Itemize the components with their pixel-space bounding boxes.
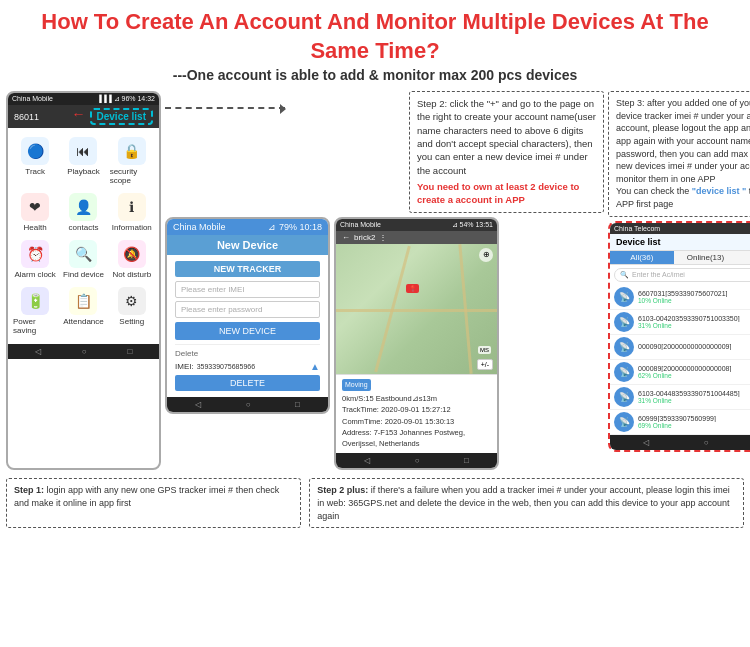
- ms-badge: MS: [478, 346, 491, 354]
- device-wifi-icon-1: 📡: [614, 287, 634, 307]
- step2-textbox: Step 2: click the "+" and go to the page…: [409, 91, 604, 212]
- new-device-title: New Device: [167, 235, 328, 255]
- nav-power[interactable]: 🔋 Power saving: [12, 284, 58, 338]
- power-icon: 🔋: [21, 287, 49, 315]
- playback-icon: ⏮: [69, 137, 97, 165]
- mid-phones-row: China Mobile ⊿ 79% 10:18 New Device NEW …: [165, 217, 604, 471]
- delete-label: Delete: [175, 349, 320, 358]
- nav-track[interactable]: 🔵 Track: [12, 134, 58, 188]
- search-icon: 🔍: [620, 271, 629, 279]
- dl-carrier: China Telecom: [614, 225, 660, 232]
- back-btn[interactable]: ◁: [35, 347, 41, 356]
- map-road-2: [336, 309, 497, 312]
- nav-setting[interactable]: ⚙ Setting: [109, 284, 155, 338]
- map-back-icon[interactable]: ←: [342, 233, 350, 242]
- delete-button[interactable]: DELETE: [175, 375, 320, 391]
- nav-disturb[interactable]: 🔕 Not disturb: [109, 237, 155, 282]
- nd-carrier: China Mobile: [173, 222, 226, 232]
- step3-textbox: Step 3: after you added one of your new …: [608, 91, 750, 216]
- page-subtitle: ---One account is able to add & monitor …: [20, 67, 730, 83]
- map-area: 📍 +/- ⊕ MS: [336, 244, 497, 374]
- map-carrier: China Mobile: [340, 221, 381, 229]
- delete-section: Delete IMEI: 359339075685966 ▲ DELETE: [175, 344, 320, 391]
- alarm-icon: ⏰: [21, 240, 49, 268]
- nd-home-btn[interactable]: ○: [246, 400, 251, 409]
- moving-badge: Moving: [342, 379, 371, 392]
- password-input[interactable]: Please enter password: [175, 301, 320, 318]
- nd-signal: ⊿ 79% 10:18: [268, 222, 322, 232]
- add-device-button[interactable]: NEW DEVICE: [175, 322, 320, 340]
- device-item-3[interactable]: 📡 000090[20000000000000009]: [610, 335, 750, 360]
- phone-bottom-nav: ◁ ○ □: [8, 344, 159, 359]
- device-info-1: 6607031[359339075607021] 10% Online: [638, 290, 750, 304]
- imei-value: 359339075685966: [197, 363, 307, 370]
- step2plus-label: Step 2 plus:: [317, 485, 368, 495]
- step2plus-content: if there's a failure when you add a trac…: [317, 485, 729, 520]
- map-recents-btn[interactable]: □: [464, 456, 469, 465]
- signal-info: ▐▐▐ ⊿ 96% 14:32: [97, 95, 155, 103]
- new-tracker-button[interactable]: NEW TRACKER: [175, 261, 320, 277]
- imei-input[interactable]: Please enter IMEI: [175, 281, 320, 298]
- map-speed: 0km/S:15 Eastbound⊿s13m: [342, 393, 491, 404]
- imei-label: IMEI:: [175, 362, 194, 371]
- map-bottom-nav: ◁ ○ □: [336, 453, 497, 468]
- nav-alarm[interactable]: ⏰ Alarm clock: [12, 237, 58, 282]
- device-info-2: 6103-004203593390751003350] 31% Online: [638, 315, 750, 329]
- device-status-6: 69% Online: [638, 422, 750, 429]
- arrow-indicator: ←: [72, 106, 86, 122]
- main-content: China Mobile ▐▐▐ ⊿ 96% 14:32 86011 Devic…: [0, 87, 750, 474]
- device-id-3: 000090[20000000000000009]: [638, 343, 750, 350]
- device-wifi-icon-6: 📡: [614, 412, 634, 432]
- nav-contacts[interactable]: 👤 contacts: [60, 190, 106, 235]
- device-item-2[interactable]: 📡 6103-004203593390751003350] 31% Online…: [610, 310, 750, 335]
- device-item-4[interactable]: 📡 000089[20000000000000008] 62% Online: [610, 360, 750, 385]
- home-btn[interactable]: ○: [82, 347, 87, 356]
- navigation-icon: ▲: [310, 361, 320, 372]
- device-tabs: All(36) Online(13) Offline(20): [610, 251, 750, 265]
- step1-content: login app with any new one GPS tracker i…: [14, 485, 279, 508]
- map-zoom-controls[interactable]: +/-: [477, 359, 493, 370]
- map-more-icon[interactable]: ⋮: [379, 233, 387, 242]
- nav-attendance[interactable]: 📋 Attendance: [60, 284, 106, 338]
- nav-info[interactable]: ℹ Information: [109, 190, 155, 235]
- nav-security[interactable]: 🔒 security scope: [109, 134, 155, 188]
- device-list-badge[interactable]: Device list: [90, 108, 153, 125]
- dl-bottom-nav: ◁ ○ □: [610, 435, 750, 450]
- device-id-1: 6607031[359339075607021]: [638, 290, 750, 297]
- device-item-5[interactable]: 📡 6103-004483593390751004485] 31% Online…: [610, 385, 750, 410]
- map-back-btn[interactable]: ◁: [364, 456, 370, 465]
- nd-back-btn[interactable]: ◁: [195, 400, 201, 409]
- phone-map: China Mobile ⊿ 54% 13:51 ← brick2 ⋮ 📍: [334, 217, 499, 471]
- device-id-4: 000089[20000000000000008]: [638, 365, 750, 372]
- nd-recents-btn[interactable]: □: [295, 400, 300, 409]
- right-col: Step 3: after you added one of your new …: [608, 91, 750, 470]
- dl-home-btn[interactable]: ○: [704, 438, 709, 447]
- map-commtime: CommTime: 2020-09-01 15:30:13: [342, 416, 491, 427]
- map-signal: ⊿ 54% 13:51: [452, 221, 493, 229]
- device-list-title: Device list: [616, 237, 661, 247]
- contacts-icon: 👤: [69, 193, 97, 221]
- phone-number-bar: 86011 Device list ←: [8, 105, 159, 128]
- attendance-icon: 📋: [69, 287, 97, 315]
- nav-health[interactable]: ❤ Health: [12, 190, 58, 235]
- info-icon: ℹ: [118, 193, 146, 221]
- device-search[interactable]: 🔍 Enter the Ac/imei: [614, 268, 750, 282]
- nav-find[interactable]: 🔍 Find device: [60, 237, 106, 282]
- map-home-btn[interactable]: ○: [415, 456, 420, 465]
- health-icon: ❤: [21, 193, 49, 221]
- phone-new-device: China Mobile ⊿ 79% 10:18 New Device NEW …: [165, 217, 330, 414]
- bottom-row: Step 1: login app with any new one GPS t…: [0, 474, 750, 532]
- tab-offline[interactable]: Offline(20): [737, 251, 750, 264]
- carrier-label: China Mobile: [12, 95, 53, 103]
- recents-btn[interactable]: □: [128, 347, 133, 356]
- device-info-5: 6103-004483593390751004485] 31% Online: [638, 390, 750, 404]
- nav-playback[interactable]: ⏮ Playback: [60, 134, 106, 188]
- search-placeholder: Enter the Ac/imei: [632, 271, 685, 278]
- tab-online[interactable]: Online(13): [674, 251, 738, 264]
- device-wifi-icon-2: 📡: [614, 312, 634, 332]
- device-item-6[interactable]: 📡 60999[35933907560999] 69% Online 👤: [610, 410, 750, 435]
- tab-all[interactable]: All(36): [610, 251, 674, 264]
- device-item-1[interactable]: 📡 6607031[359339075607021] 10% Online 👤: [610, 285, 750, 310]
- dl-back-btn[interactable]: ◁: [643, 438, 649, 447]
- track-icon: 🔵: [21, 137, 49, 165]
